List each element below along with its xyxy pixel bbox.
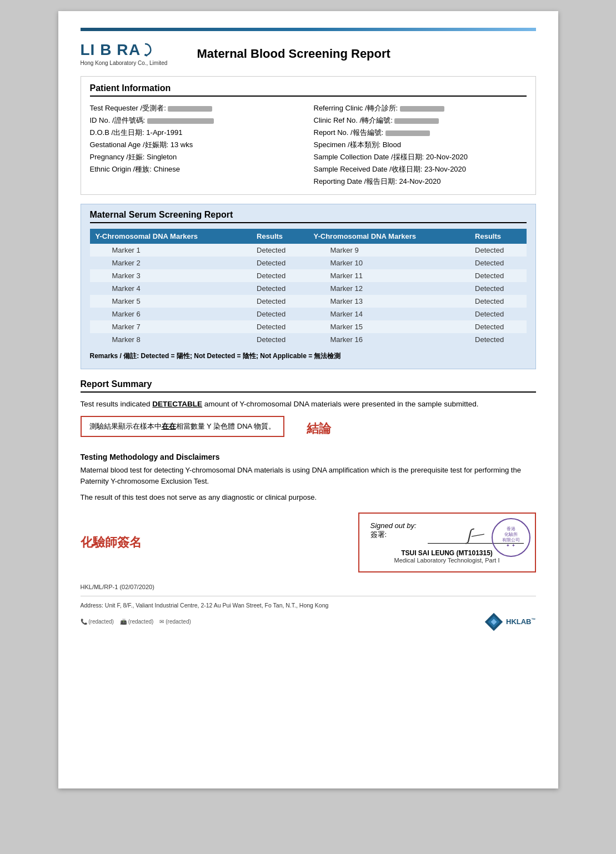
- summary-section: Report Summary Test results indicated DE…: [81, 379, 536, 443]
- summary-box-row: 測驗結果顯示在樣本中在在相當數量 Y 染色體 DNA 物質。 結論: [81, 416, 536, 443]
- signer-title: Medical Laboratory Technologist, Part I: [370, 557, 524, 564]
- methodology-text2: The result of this test does not serve a…: [81, 492, 536, 504]
- methodology-title: Testing Methodology and Disclaimers: [81, 453, 536, 461]
- marker-left: Marker 5: [90, 295, 252, 308]
- collection-label: Sample Collection Date /採樣日期:: [314, 153, 426, 161]
- signed-out-cn: 簽署:: [370, 530, 417, 540]
- patient-row-collection: Sample Collection Date /採樣日期: 20-Nov-202…: [314, 151, 527, 163]
- marker-left: Marker 3: [90, 269, 252, 282]
- patient-row-pregnancy: Pregnancy /妊娠: Singleton: [90, 151, 303, 163]
- marker-right: Marker 14: [308, 308, 469, 320]
- result-left: Detected: [251, 244, 308, 257]
- dob-value: 1-Apr-1991: [146, 128, 182, 137]
- patient-info-right: Referring Clinic /轉介診所: Clinic Ref No. /…: [314, 102, 527, 188]
- marker-right: Marker 10: [308, 257, 469, 269]
- requester-value: [168, 106, 212, 112]
- result-left: Detected: [251, 282, 308, 295]
- logo-area: LI B RA Hong Kong Laboratory Co., Limite…: [81, 41, 181, 66]
- table-row: Marker 6 Detected Marker 14 Detected: [90, 308, 527, 320]
- patient-row-gestational: Gestational Age /妊娠期: 13 wks: [90, 139, 303, 151]
- report-header: LI B RA Hong Kong Laboratory Co., Limite…: [81, 41, 536, 66]
- summary-text-before: Test results indicated: [81, 400, 153, 408]
- footer-contacts: 📞 (redacted) 📠 (redacted) ✉ (redacted): [81, 619, 191, 625]
- specimen-label: Specimen /樣本類別:: [314, 140, 383, 149]
- table-row: Marker 3 Detected Marker 11 Detected: [90, 269, 527, 282]
- col4-header: Results: [469, 229, 526, 244]
- patient-row-reportno: Report No. /報告編號:: [314, 127, 527, 139]
- summary-chinese: 測驗結果顯示在樣本中在在相當數量 Y 染色體 DNA 物質。: [89, 421, 276, 431]
- result-right: Detected: [469, 295, 526, 308]
- chinese-text1: 測驗結果顯示在樣本中: [89, 422, 162, 430]
- marker-right: Marker 9: [308, 244, 469, 257]
- stamp-dots: ✦ ✦: [506, 543, 515, 549]
- patient-row-id: ID No. /證件號碼:: [90, 114, 303, 127]
- result-right: Detected: [469, 269, 526, 282]
- stamp: 香港 化驗所 有限公司 ✦ ✦: [492, 518, 530, 557]
- marker-right: Marker 13: [308, 295, 469, 308]
- summary-box: 測驗結果顯示在樣本中在在相當數量 Y 染色體 DNA 物質。: [81, 416, 285, 437]
- dob-label: D.O.B /出生日期:: [90, 128, 147, 137]
- footer-address: Address: Unit F, 8/F., Valiant Industria…: [81, 596, 536, 632]
- result-right: Detected: [469, 308, 526, 320]
- col2-header: Results: [251, 229, 308, 244]
- report-title: Maternal Blood Screening Report: [197, 47, 536, 61]
- marker-left: Marker 1: [90, 244, 252, 257]
- patient-row-clinicref: Clinic Ref No. /轉介編號:: [314, 114, 527, 127]
- result-right: Detected: [469, 244, 526, 257]
- methodology-text1: Maternal blood test for detecting Y-chro…: [81, 465, 536, 488]
- id-value: [147, 118, 214, 124]
- result-left: Detected: [251, 295, 308, 308]
- pregnancy-label: Pregnancy /妊娠:: [90, 153, 147, 161]
- specimen-value: Blood: [383, 140, 401, 149]
- patient-info-left: Test Requester /受測者: ID No. /證件號碼: D.O.B…: [90, 102, 303, 188]
- table-row: Marker 2 Detected Marker 10 Detected: [90, 257, 527, 269]
- reporting-value: 24-Nov-2020: [399, 177, 440, 185]
- id-label: ID No. /證件號碼:: [90, 116, 147, 124]
- result-left: Detected: [251, 333, 308, 346]
- summary-title: Report Summary: [81, 379, 536, 393]
- result-right: Detected: [469, 333, 526, 346]
- clinic-value: [400, 106, 444, 112]
- footer-bottom: 📞 (redacted) 📠 (redacted) ✉ (redacted) H…: [81, 612, 536, 632]
- methodology-section: Testing Methodology and Disclaimers Mate…: [81, 453, 536, 504]
- screening-remarks: Remarks / 備註: Detected = 陽性; Not Detecte…: [90, 351, 527, 361]
- result-left: Detected: [251, 308, 308, 320]
- table-row: Marker 4 Detected Marker 12 Detected: [90, 282, 527, 295]
- signed-out-en: Signed out by:: [370, 521, 417, 530]
- footer-email: ✉ (redacted): [159, 619, 191, 625]
- stamp-text-lab: 化驗所: [504, 532, 518, 537]
- logo-icon: [141, 43, 153, 57]
- marker-right: Marker 12: [308, 282, 469, 295]
- summary-text-after: amount of Y-chromosomal DNA materials we…: [202, 400, 479, 408]
- table-row: Marker 7 Detected Marker 15 Detected: [90, 320, 527, 333]
- address-text: Address: Unit F, 8/F., Valiant Industria…: [81, 602, 536, 609]
- footer-phone: 📞 (redacted): [81, 619, 114, 625]
- patient-row-requester: Test Requester /受測者:: [90, 102, 303, 114]
- reportno-value: [385, 130, 430, 136]
- hklab-text: HKLAB™: [506, 617, 536, 626]
- ethnic-label: Ethnic Origin /種族:: [90, 165, 154, 173]
- screening-title: Maternal Serum Screening Report: [90, 210, 527, 223]
- table-row: Marker 5 Detected Marker 13 Detected: [90, 295, 527, 308]
- signature-box: 香港 化驗所 有限公司 ✦ ✦ Signed out by: 簽署: ʃ— TS…: [358, 513, 536, 572]
- marker-left: Marker 6: [90, 308, 252, 320]
- result-right: Detected: [469, 320, 526, 333]
- col1-header: Y-Chromosomal DNA Markers: [90, 229, 252, 244]
- jielun-label: 結論: [307, 420, 331, 437]
- marker-left: Marker 2: [90, 257, 252, 269]
- hklab-logo: HKLAB™: [484, 612, 536, 632]
- marker-left: Marker 8: [90, 333, 252, 346]
- table-row: Marker 8 Detected Marker 16 Detected: [90, 333, 527, 346]
- reportno-label: Report No. /報告編號:: [314, 128, 385, 137]
- patient-row-ethnic: Ethnic Origin /種族: Chinese: [90, 163, 303, 175]
- collection-value: 20-Nov-2020: [426, 153, 468, 161]
- chinese-bold: 在在: [162, 422, 176, 430]
- patient-info-title: Patient Information: [90, 83, 527, 97]
- gestational-value: 13 wks: [171, 140, 193, 149]
- result-left: Detected: [251, 257, 308, 269]
- svg-point-0: [144, 54, 147, 56]
- chemist-label: 化驗師簽名: [81, 534, 142, 551]
- screening-table: Y-Chromosomal DNA Markers Results Y-Chro…: [90, 229, 527, 346]
- report-page: LI B RA Hong Kong Laboratory Co., Limite…: [58, 11, 558, 788]
- patient-row-clinic: Referring Clinic /轉介診所:: [314, 102, 527, 114]
